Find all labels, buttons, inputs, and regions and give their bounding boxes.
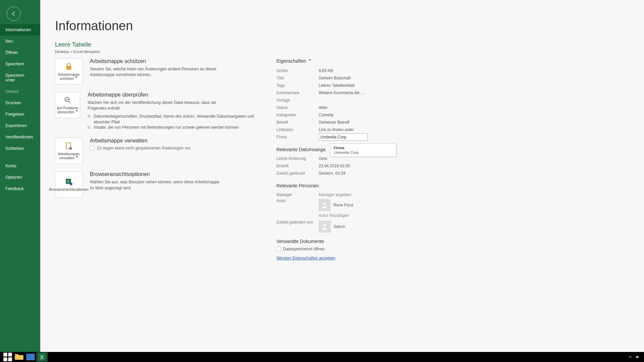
company-tooltip: Firma Umbrella Corp <box>330 143 396 157</box>
sidebar-item-freigeben[interactable]: Freigeben <box>0 109 40 120</box>
arrow-left-icon <box>11 11 17 17</box>
svg-rect-11 <box>8 357 12 361</box>
magnify-check-icon <box>63 96 72 105</box>
prop-subject-k: Betreff <box>276 120 319 125</box>
sidebar-item-oeffnen[interactable]: Öffnen <box>0 47 40 58</box>
protect-desc: Steuern Sie, welche Arten von Änderungen… <box>90 66 224 78</box>
taskbar: X <box>0 352 644 362</box>
doc-title: Leere Tabelle <box>55 41 631 48</box>
svg-point-5 <box>69 182 72 185</box>
sidebar-item-optionen[interactable]: Optionen <box>0 172 40 183</box>
browser-view-label: Browseransichtsoptionen <box>49 187 88 191</box>
svg-rect-12 <box>26 354 35 360</box>
prop-cats-v[interactable]: Comedy <box>319 113 404 117</box>
author-name[interactable]: Rene Fürst <box>333 203 353 207</box>
lock-icon <box>64 62 73 71</box>
sidebar-item-verlauf: Verlauf <box>0 86 40 97</box>
manage-tile-label: Arbeitsmappe verwalten <box>57 152 81 160</box>
related-docs-heading: Verwandte Dokumente <box>276 239 404 244</box>
volume-icon[interactable] <box>635 355 640 359</box>
svg-point-6 <box>323 203 326 205</box>
caret-down-icon <box>308 58 311 64</box>
sidebar-item-konto[interactable]: Konto <box>0 160 40 172</box>
inspect-heading: Arbeitsmappe überprüfen <box>88 92 263 98</box>
breadcrumb: Desktop » Excel-Beispiele <box>55 50 631 54</box>
prop-tags-v[interactable]: Leeres Tabellenblatt <box>319 83 404 88</box>
open-file-location[interactable]: Dateispeicherort öffnen <box>276 247 404 251</box>
manage-desc: Es liegen keine nicht gespeicherten Ände… <box>97 146 191 150</box>
prop-tags-k: Tags <box>276 83 319 88</box>
windows-icon <box>2 351 13 362</box>
info-main: Informationen Leere Tabelle Desktop » Ex… <box>40 0 644 352</box>
prop-linkbase-k: Linkbasis <box>276 127 319 132</box>
sidebar-item-speichern[interactable]: Speichern <box>0 58 40 70</box>
svg-point-7 <box>323 224 326 227</box>
protect-heading: Arbeitsmappe schützen <box>90 58 224 64</box>
protect-workbook-tile[interactable]: Arbeitsmappe schützen <box>55 58 83 84</box>
sidebar-item-veroeffentlichen[interactable]: Veröffentlichen <box>0 131 40 143</box>
page-title: Informationen <box>55 19 631 33</box>
inspect-tile-label: Auf Probleme überprüfen <box>57 106 78 114</box>
chevron-up-icon[interactable] <box>628 355 633 359</box>
lastmod-name[interactable]: Saturn <box>333 224 345 229</box>
prop-size-k: Größe <box>276 68 319 73</box>
svg-point-2 <box>69 147 72 150</box>
svg-rect-8 <box>3 353 7 356</box>
protect-workbook-label: Arbeitsmappe schützen <box>57 72 81 80</box>
doc-icon <box>90 146 95 150</box>
browser-view-tile[interactable]: X Browseransichtsoptionen <box>55 171 83 197</box>
browser-heading: Browseransichtsoptionen <box>90 171 224 177</box>
inspect-desc: Machen Sie sich vor der Veröffentlichung… <box>88 100 222 112</box>
manage-heading: Arbeitsmappe verwalten <box>90 138 191 144</box>
date-printed-k: Zuletzt gedruckt <box>276 171 319 176</box>
svg-rect-9 <box>8 353 12 356</box>
date-created-v: 23.04.2018 02:05 <box>319 164 404 168</box>
sidebar-item-exportieren[interactable]: Exportieren <box>0 120 40 131</box>
manager-k: Manager <box>276 192 319 197</box>
folder-icon <box>276 247 281 251</box>
person-icon <box>321 223 328 230</box>
taskbar-app[interactable] <box>25 352 36 362</box>
author-avatar[interactable] <box>319 199 331 211</box>
browser-desc: Wählen Sie aus, was Benutzer sehen könne… <box>90 179 224 191</box>
properties-dropdown[interactable]: Eigenschaften <box>276 58 404 64</box>
sidebar-item-schliessen[interactable]: Schließen <box>0 143 40 154</box>
svg-text:X: X <box>40 354 44 361</box>
manage-tile[interactable]: Arbeitsmappe verwalten <box>55 138 83 164</box>
author-add-link[interactable]: Autor hinzufügen <box>319 213 404 218</box>
taskbar-explorer[interactable] <box>13 352 25 362</box>
show-fewer-properties-link[interactable]: Weniger Eigenschaften anzeigen <box>276 256 335 260</box>
manager-add[interactable]: Manager angeben <box>319 192 404 197</box>
inspect-tile[interactable]: Auf Probleme überprüfen <box>55 92 80 118</box>
document-gear-icon <box>64 142 73 150</box>
start-button[interactable] <box>2 352 13 362</box>
prop-size-v: 9,65 KB <box>319 68 404 73</box>
back-button[interactable] <box>7 7 21 21</box>
lastmod-avatar[interactable] <box>319 221 331 233</box>
sidebar-item-feedback[interactable]: Feedback <box>0 183 40 194</box>
prop-title-k: Titel <box>276 76 319 80</box>
sidebar-item-drucken[interactable]: Drucken <box>0 97 40 109</box>
prop-linkbase-v[interactable]: Link zu finden unter <box>319 127 404 132</box>
sidebar-item-neu[interactable]: Neu <box>0 36 40 47</box>
author-k: Autor <box>276 198 319 203</box>
prop-template-k: Vorlage <box>276 98 319 103</box>
prop-cats-k: Kategorien <box>276 113 319 117</box>
prop-status-k: Status <box>276 105 319 110</box>
prop-subject-v[interactable]: Geheimer Betreff <box>319 120 404 125</box>
taskbar-excel[interactable]: X <box>36 352 48 362</box>
people-heading: Relevante Personen <box>276 183 404 188</box>
prop-status-v[interactable]: Aktiv <box>319 105 404 110</box>
prop-comments-v[interactable]: Weitere Kommenta die … <box>319 90 404 95</box>
inspect-bullet: Inhalte, die von Personen mit Behinderun… <box>88 125 263 130</box>
prop-title-v[interactable]: Geheim Botschaft <box>319 76 404 80</box>
sidebar-item-informationen[interactable]: Informationen <box>0 24 40 36</box>
folder-icon <box>13 351 25 362</box>
inspect-bullet: Dokumenteigenschaften, Druckerpfad, Name… <box>88 114 263 125</box>
date-printed-v: Gestern, 03:34 <box>319 171 404 176</box>
prop-company-k: Firma <box>276 135 319 139</box>
excel-icon: X <box>36 351 48 362</box>
sidebar-item-speichern-unter[interactable]: Speichern unter <box>0 70 40 86</box>
prop-comments-k: Kommentare <box>276 90 319 95</box>
company-input[interactable] <box>319 133 368 141</box>
